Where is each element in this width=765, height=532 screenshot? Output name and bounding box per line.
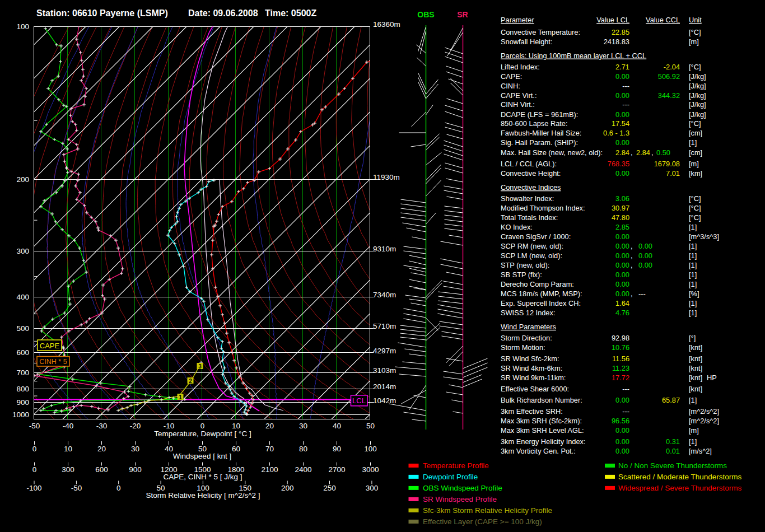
svg-text:[1]: [1] [689, 261, 697, 269]
svg-text:10: 10 [64, 445, 72, 453]
svg-text:LCL: LCL [352, 396, 366, 405]
svg-text:,: , [631, 261, 633, 269]
svg-text:[cm]: [cm] [689, 129, 702, 137]
svg-text:[°C]: [°C] [689, 194, 701, 203]
svg-text:[J/kg]: [J/kg] [689, 91, 706, 100]
svg-text:,: , [631, 148, 633, 157]
svg-text:1000: 1000 [12, 410, 29, 419]
svg-text:0.00: 0.00 [615, 91, 629, 100]
svg-text:Sfc-3km Storm Relative Helicit: Sfc-3km Storm Relative Helicity Profile [423, 506, 552, 515]
svg-text:Value CCL: Value CCL [646, 16, 680, 24]
svg-text:---: --- [638, 290, 646, 298]
svg-text:0.00: 0.00 [615, 138, 629, 147]
svg-text:11930m: 11930m [373, 173, 400, 181]
svg-text:Value LCL: Value LCL [596, 16, 629, 24]
svg-text:30: 30 [299, 422, 307, 430]
svg-text:LCL / CCL (AGL):: LCL / CCL (AGL): [501, 160, 557, 168]
svg-text:CINH:: CINH: [501, 82, 520, 90]
svg-text:-100: -100 [26, 484, 41, 492]
svg-text:SR Windspeed Profile: SR Windspeed Profile [423, 495, 497, 503]
svg-text:Convective Temperature:: Convective Temperature: [501, 28, 580, 36]
svg-text:0: 0 [32, 465, 37, 474]
svg-text:10.76: 10.76 [612, 343, 629, 352]
svg-text:DCAPE (LFS = 961mB):: DCAPE (LFS = 961mB): [501, 110, 578, 119]
svg-text:500: 500 [16, 324, 29, 333]
svg-text:11.56: 11.56 [612, 354, 629, 363]
svg-text:30.97: 30.97 [612, 204, 629, 212]
svg-text:Exp. Supercell Index CH:: Exp. Supercell Index CH: [501, 299, 581, 307]
svg-text:3.06: 3.06 [615, 194, 629, 203]
svg-text:2.71: 2.71 [615, 63, 629, 71]
svg-text:[m^2/s^2]: [m^2/s^2] [689, 417, 719, 425]
svg-text:2.85: 2.85 [615, 223, 629, 231]
svg-text:[%]: [%] [689, 290, 699, 298]
svg-text:[°C]: [°C] [689, 119, 701, 128]
svg-text:Max 3km SRH (Sfc-2km):: Max 3km SRH (Sfc-2km): [501, 417, 582, 425]
svg-text:0.00: 0.00 [615, 447, 629, 455]
svg-text:[m]: [m] [689, 426, 699, 435]
svg-text:[°C]: [°C] [689, 213, 701, 222]
svg-text:[1]: [1] [689, 437, 697, 446]
svg-text:0.00: 0.00 [615, 437, 629, 446]
svg-text:0: 0 [200, 422, 205, 430]
svg-text:[1]: [1] [689, 299, 697, 307]
svg-text:30: 30 [131, 445, 139, 453]
svg-text:-50: -50 [29, 422, 40, 430]
svg-text:5710m: 5710m [373, 322, 396, 330]
svg-text:400: 400 [16, 293, 29, 301]
svg-text:3000: 3000 [362, 465, 379, 474]
svg-text:[°C]: [°C] [689, 63, 701, 71]
svg-text:HP: HP [707, 374, 717, 382]
svg-text:2400: 2400 [295, 465, 311, 474]
svg-text:,: , [631, 242, 633, 250]
svg-text:[m^2/s^2]: [m^2/s^2] [689, 407, 719, 416]
svg-text:1679.08: 1679.08 [654, 160, 680, 168]
svg-text:,: , [631, 290, 633, 298]
svg-text:0.00: 0.00 [615, 396, 629, 404]
svg-text:[J/kg]: [J/kg] [689, 82, 706, 90]
svg-text:CAPE: CAPE [40, 342, 60, 350]
svg-text:Temperature Profile: Temperature Profile [423, 461, 489, 470]
svg-text:506.92: 506.92 [658, 72, 680, 81]
svg-text:Storm Motion:: Storm Motion: [501, 343, 545, 352]
svg-text:-10: -10 [164, 422, 175, 430]
svg-text:4297m: 4297m [373, 347, 396, 355]
svg-text:Effective Layer (CAPE >= 100 J: Effective Layer (CAPE >= 100 J/kg) [423, 517, 542, 526]
svg-text:65.87: 65.87 [662, 396, 680, 404]
svg-text:Station: 06610 Payerne (LSMP): Station: 06610 Payerne (LSMP) [36, 8, 168, 18]
svg-text:SCP LM (new, old):: SCP LM (new, old): [501, 251, 562, 260]
svg-text:1042m: 1042m [373, 396, 396, 405]
svg-text:CAPE, CINH * 5 [ J/kg ]: CAPE, CINH * 5 [ J/kg ] [163, 473, 242, 481]
svg-text:47.80: 47.80 [612, 213, 629, 222]
svg-text:[1]: [1] [689, 242, 697, 250]
svg-text:[knt]: [knt] [689, 374, 702, 382]
svg-text:[J/kg]: [J/kg] [689, 110, 706, 119]
svg-text:Time: 0500Z: Time: 0500Z [265, 8, 316, 18]
svg-text:CAPE:: CAPE: [501, 72, 522, 81]
svg-text:250: 250 [323, 484, 336, 492]
svg-text:OBS: OBS [417, 10, 434, 19]
svg-text:600: 600 [16, 348, 29, 357]
svg-text:SR: SR [457, 10, 468, 19]
svg-text:600: 600 [95, 465, 108, 474]
svg-text:[1]: [1] [689, 280, 697, 288]
svg-text:20: 20 [265, 422, 274, 430]
svg-text:2014m: 2014m [373, 382, 396, 391]
svg-text:344.32: 344.32 [658, 91, 680, 100]
svg-text:Parcels: Using 100mB mean laye: Parcels: Using 100mB mean layer LCL + CC… [501, 52, 646, 60]
svg-text:No / Non Severe Thunderstorms: No / Non Severe Thunderstorms [618, 461, 727, 470]
svg-text:[1]: [1] [689, 270, 697, 279]
svg-text:Modified Thompson Index:: Modified Thompson Index: [501, 204, 585, 212]
svg-text:OBS Windspeed Profile: OBS Windspeed Profile [423, 484, 502, 492]
svg-text:100: 100 [364, 445, 377, 453]
svg-text:---: --- [622, 407, 629, 416]
svg-text:[m^3/s^3]: [m^3/s^3] [689, 232, 719, 241]
svg-text:40: 40 [165, 445, 173, 453]
svg-text:3km Vorticity Gen. Pot.:: 3km Vorticity Gen. Pot.: [501, 447, 576, 455]
svg-text:Temperature, Dewpoint [ °C ]: Temperature, Dewpoint [ °C ] [154, 430, 251, 438]
svg-text:-20: -20 [130, 422, 141, 430]
svg-text:0: 0 [116, 484, 121, 492]
svg-text:3: 3 [198, 363, 202, 370]
svg-text:SR Wind Sfc-2km:: SR Wind Sfc-2km: [501, 354, 559, 363]
svg-text:900: 900 [16, 398, 29, 407]
